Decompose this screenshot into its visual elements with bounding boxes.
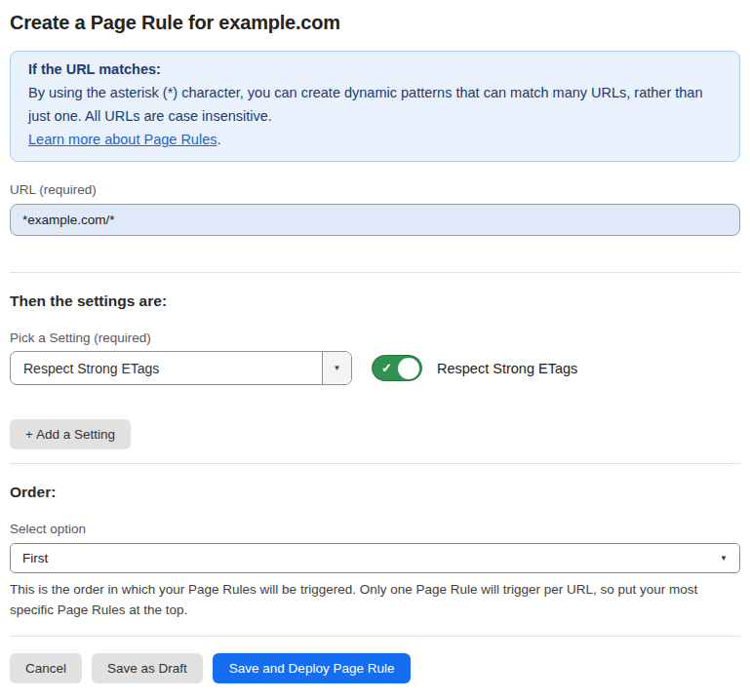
setting-dropdown[interactable]: Respect Strong ETags ▼ [10, 351, 352, 385]
setting-toggle[interactable]: ✓ [372, 355, 422, 381]
order-help-text: This is the order in which your Page Rul… [10, 579, 740, 620]
info-box-heading: If the URL matches: [28, 58, 722, 81]
setting-row: Respect Strong ETags ▼ ✓ Respect Strong … [10, 351, 740, 385]
setting-dropdown-value: Respect Strong ETags [11, 361, 159, 376]
add-setting-button[interactable]: + Add a Setting [10, 419, 131, 449]
footer-actions: Cancel Save as Draft Save and Deploy Pag… [10, 653, 740, 683]
info-box-link-line: Learn more about Page Rules. [28, 128, 722, 151]
section-divider [10, 463, 740, 464]
url-input[interactable] [10, 204, 740, 236]
chevron-down-icon: ▼ [720, 554, 728, 563]
create-page-rule-form: Create a Page Rule for example.com If th… [0, 12, 750, 683]
check-icon: ✓ [381, 361, 392, 375]
footer-divider [10, 636, 740, 637]
section-divider [10, 272, 740, 273]
order-select[interactable]: First ▼ [10, 543, 740, 573]
cancel-button[interactable]: Cancel [10, 653, 82, 683]
toggle-knob [398, 358, 419, 379]
setting-toggle-label: Respect Strong ETags [437, 361, 577, 376]
settings-section-heading: Then the settings are: [10, 292, 740, 310]
chevron-down-icon[interactable]: ▼ [322, 352, 351, 384]
order-section-heading: Order: [10, 484, 740, 501]
learn-more-link[interactable]: Learn more about Page Rules [28, 132, 217, 147]
url-match-info-box: If the URL matches: By using the asteris… [10, 51, 740, 162]
info-box-body: By using the asterisk (*) character, you… [28, 81, 722, 128]
page-title: Create a Page Rule for example.com [10, 12, 740, 34]
pick-setting-label: Pick a Setting (required) [10, 331, 740, 345]
save-draft-button[interactable]: Save as Draft [92, 653, 203, 683]
url-label: URL (required) [10, 182, 740, 197]
order-select-value: First [22, 551, 48, 565]
select-option-label: Select option [10, 522, 740, 536]
save-deploy-button[interactable]: Save and Deploy Page Rule [213, 653, 412, 683]
link-period: . [217, 132, 220, 147]
